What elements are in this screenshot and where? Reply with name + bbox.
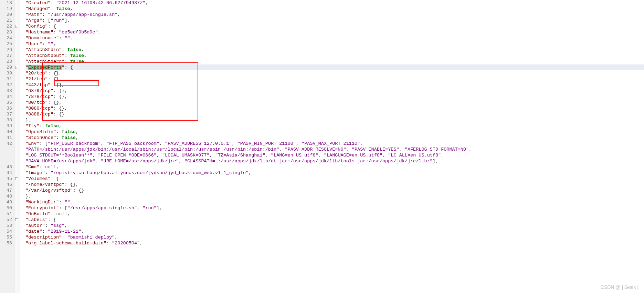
token-str: "baomishi deploy" [67, 235, 115, 240]
line-number [0, 146, 12, 152]
code-line[interactable]: "Created": "2021-12-16T08:42:06.62779498… [25, 0, 644, 6]
token-p: , [76, 129, 78, 134]
code-line[interactable]: "Tty": false, [25, 123, 644, 129]
code-line[interactable]: "User": "", [25, 41, 644, 47]
line-number: 38 [0, 117, 12, 123]
fold-cell [14, 117, 20, 123]
line-number: 23 [0, 29, 12, 35]
token-key: " [25, 65, 28, 70]
token-key: "Image" [25, 170, 45, 175]
code-line[interactable]: "Env": ["FTP_USER=backroom", "FTP_PASS=b… [25, 141, 644, 146]
code-line[interactable]: "OnBuild": null, [25, 211, 644, 217]
code-line[interactable]: "ExposedPorts": { [25, 64, 644, 70]
code-line[interactable]: "80/tcp": {}, [25, 100, 644, 105]
code-line[interactable]: "WorkingDir": "", [25, 199, 644, 205]
code-line[interactable]: "autor": "ssg", [25, 223, 644, 229]
code-line[interactable]: "Image": "registry.cn-hangzhou.aliyuncs.… [25, 170, 644, 176]
code-line[interactable]: "6379/tcp": {}, [25, 88, 644, 94]
token-p: : [56, 129, 62, 134]
token-p: , [95, 159, 101, 164]
fold-cell: - [14, 217, 20, 223]
code-line[interactable]: "AttachStdout": false, [25, 53, 644, 59]
code-line[interactable]: "PATH=/sbin:/usr/apps/jdk/bin:/usr/local… [25, 146, 644, 152]
code-line[interactable]: "AttachStderr": false, [25, 59, 644, 64]
code-line[interactable]: "LOG_STDOUT=**Boolean**", "FILE_OPEN_MOD… [25, 152, 644, 158]
code-line[interactable]: "/var/log/vsftpd": {} [25, 188, 644, 193]
token-bool: false [56, 6, 70, 11]
token-str: "" [48, 41, 53, 47]
code-line[interactable]: "8080/tcp": {}, [25, 105, 644, 111]
token-key: "description" [25, 235, 62, 240]
fold-cell: - [14, 176, 20, 182]
token-p: : {}, [53, 94, 67, 99]
line-number: 33 [0, 88, 12, 94]
line-number: 20 [0, 12, 12, 18]
fold-cell [14, 59, 20, 64]
line-number: 44 [0, 170, 12, 176]
token-bool: false [67, 47, 82, 52]
code-editor: 1819202122232425262728293031323334353637… [0, 0, 644, 293]
fold-toggle-icon[interactable]: - [15, 25, 18, 28]
fold-toggle-icon[interactable]: - [15, 66, 18, 69]
watermark: CSDN @ | Geek | [601, 284, 638, 290]
line-number [0, 152, 12, 158]
token-p: : [45, 223, 51, 228]
token-p: : [62, 47, 67, 52]
code-line[interactable]: }, [25, 193, 644, 199]
token-p: : {}, [64, 182, 78, 187]
token-p: : [42, 41, 48, 47]
code-line[interactable]: "/home/vsftpd": {}, [25, 182, 644, 188]
code-line[interactable]: "Config": { [25, 23, 644, 29]
token-p: : {}, [53, 106, 67, 111]
fold-cell [14, 12, 20, 18]
token-p: : { [48, 217, 56, 222]
code-line[interactable]: "Path": "/usr/apps/app-single.sh", [25, 12, 644, 18]
line-number: 46 [0, 182, 12, 188]
code-area[interactable]: "Created": "2021-12-16T08:42:06.62779498… [25, 0, 644, 293]
token-p: , [145, 0, 148, 6]
line-number: 42 [0, 141, 12, 146]
line-number: 31 [0, 76, 12, 82]
code-line[interactable]: "Cmd": null, [25, 164, 644, 170]
line-number: 37 [0, 111, 12, 117]
code-line[interactable]: "org.label-schema.build-date": "20200504… [25, 240, 644, 246]
code-line[interactable]: "Entrypoint": ["/usr/apps/app-single.sh"… [25, 205, 644, 211]
code-line[interactable]: "7878/tcp": {}, [25, 94, 644, 100]
fold-cell [14, 211, 20, 217]
code-line[interactable]: "Hostname": "ce5edf0b5d9c", [25, 29, 644, 35]
code-line[interactable]: "OpenStdin": false, [25, 129, 644, 135]
code-line[interactable]: "description": "baomishi deploy", [25, 234, 644, 240]
code-line[interactable]: "StdinOnce": false, [25, 135, 644, 141]
code-line[interactable]: "JAVA_HOME=/usr/apps/jdk", "JRE_HOME=/us… [25, 158, 644, 164]
fold-cell [14, 29, 20, 35]
line-number: 55 [0, 234, 12, 240]
token-p: , [53, 41, 56, 47]
code-line[interactable]: "Volumes": { [25, 176, 644, 182]
line-number: 54 [0, 229, 12, 234]
token-p: : { [51, 176, 59, 181]
token-key: "80/tcp" [25, 100, 48, 105]
code-line[interactable]: "Args": ["run"], [25, 18, 644, 23]
code-line[interactable]: "21/tcp": {}, [25, 76, 644, 82]
code-line[interactable]: "Labels": { [25, 217, 644, 223]
code-line[interactable]: "date": "2019-11-21", [25, 229, 644, 234]
fold-toggle-icon[interactable]: - [15, 218, 18, 221]
code-line[interactable]: "8888/tcp": {} [25, 111, 644, 117]
token-key: "Domainname" [25, 36, 59, 41]
code-line[interactable]: }, [25, 117, 644, 123]
code-line[interactable]: "Domainname": "", [25, 35, 644, 41]
line-number: 43 [0, 164, 12, 170]
fold-cell [14, 0, 20, 6]
code-line[interactable]: "443/tcp": {}, [25, 82, 644, 88]
fold-toggle-icon[interactable]: - [15, 177, 18, 180]
code-line[interactable]: "20/tcp": {}, [25, 70, 644, 76]
line-number: 51 [0, 211, 12, 217]
token-p: : [42, 229, 48, 234]
code-line[interactable]: "AttachStdin": false, [25, 47, 644, 53]
token-p: , [56, 164, 59, 170]
token-str: "LANG=en_US.utf8" [271, 153, 318, 158]
fold-cell: - [14, 64, 20, 70]
code-line[interactable]: "Managed": false, [25, 6, 644, 12]
token-p: : {}, [53, 88, 67, 93]
token-str: "FILE_OPEN_MODE=0666" [98, 153, 157, 158]
